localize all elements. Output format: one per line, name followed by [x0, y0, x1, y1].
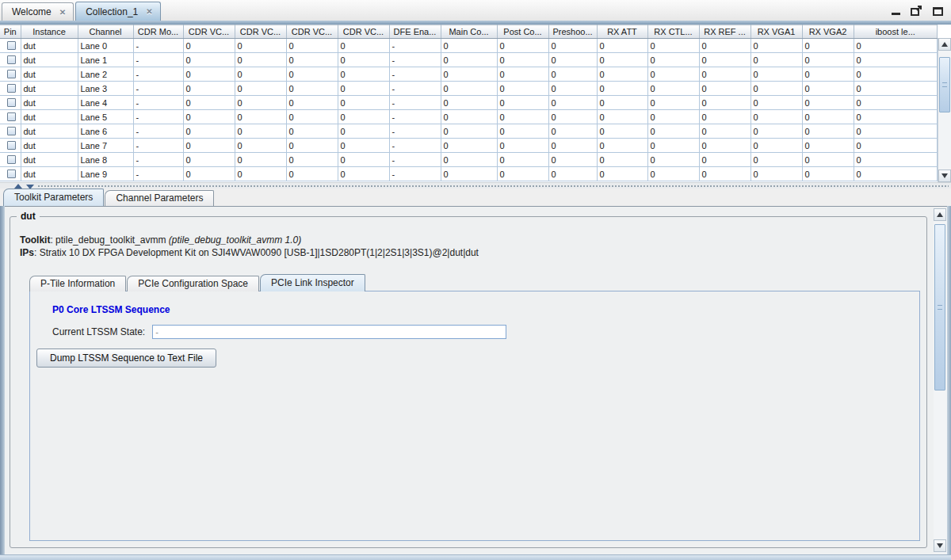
column-header-preshoo[interactable]: Preshoo...: [548, 25, 597, 39]
column-header-rx-ctl[interactable]: RX CTL...: [647, 25, 699, 39]
table-row-lane-2: dutLane 2-0000-000000000: [0, 67, 938, 82]
pin-checkbox[interactable]: [7, 55, 16, 64]
column-header-cdr-mo[interactable]: CDR Mo...: [133, 25, 183, 39]
column-header-pin[interactable]: Pin: [0, 25, 21, 39]
panel-vertical-scrollbar[interactable]: [934, 208, 947, 554]
instance-cell: dut: [21, 167, 78, 181]
value-cell: 0: [441, 96, 497, 110]
pin-checkbox[interactable]: [7, 41, 16, 50]
column-header-cdr-vc[interactable]: CDR VC...: [183, 25, 235, 39]
column-header-post-co[interactable]: Post Co...: [497, 25, 548, 39]
pin-checkbox[interactable]: [7, 98, 16, 107]
column-header-rx-att[interactable]: RX ATT: [597, 25, 647, 39]
value-cell: 0: [183, 53, 235, 67]
float-window-glyph: [911, 6, 922, 16]
view-tab-welcome[interactable]: Welcome✕: [2, 2, 74, 21]
value-cell: -: [133, 53, 183, 67]
table-vertical-scrollbar[interactable]: [938, 38, 951, 182]
value-cell: -: [133, 82, 183, 96]
window-controls: [892, 6, 943, 17]
minimize-icon[interactable]: [892, 7, 900, 17]
value-cell: 0: [699, 96, 750, 110]
column-header-cdr-vc[interactable]: CDR VC...: [235, 25, 286, 39]
value-cell: 0: [802, 139, 854, 153]
value-cell: 0: [699, 139, 750, 153]
value-cell: -: [133, 96, 183, 110]
tab-p-tile-information[interactable]: P-Tile Information: [29, 276, 126, 291]
maximize-icon[interactable]: [933, 7, 943, 16]
column-header-dfe-ena[interactable]: DFE Ena...: [389, 25, 441, 39]
pin-checkbox[interactable]: [7, 84, 16, 93]
group-box-title: dut: [17, 211, 40, 222]
pin-checkbox[interactable]: [7, 70, 16, 78]
value-cell: 0: [235, 67, 286, 82]
tab-pcie-link-inspector[interactable]: PCIe Link Inspector: [260, 274, 365, 291]
value-cell: 0: [548, 153, 597, 167]
column-header-channel[interactable]: Channel: [78, 25, 133, 39]
value-cell: 0: [802, 53, 854, 67]
scroll-down-button[interactable]: [938, 170, 951, 182]
value-cell: 0: [854, 167, 938, 181]
channel-cell: Lane 3: [78, 82, 133, 96]
tab-close-icon[interactable]: ✕: [59, 8, 66, 17]
value-cell: 0: [286, 39, 338, 53]
scrollbar-thumb[interactable]: [934, 224, 945, 390]
value-cell: 0: [597, 96, 647, 110]
pin-cell: [0, 139, 21, 153]
tab-channel-parameters[interactable]: Channel Parameters: [105, 190, 214, 206]
scroll-up-button[interactable]: [938, 38, 951, 51]
dump-ltssm-button[interactable]: Dump LTSSM Sequence to Text File: [36, 349, 216, 368]
ltssm-state-row: Current LTSSM State:: [52, 325, 919, 339]
scroll-down-button[interactable]: [934, 539, 946, 552]
horizontal-splitter[interactable]: [0, 182, 951, 189]
value-cell: 0: [854, 39, 938, 53]
float-window-icon[interactable]: [911, 6, 922, 17]
value-cell: 0: [235, 139, 286, 153]
pin-checkbox[interactable]: [7, 141, 16, 150]
value-cell: 0: [286, 167, 338, 181]
pin-checkbox[interactable]: [7, 127, 16, 135]
column-header-rx-ref[interactable]: RX REF ...: [699, 25, 750, 39]
tab-toolkit-parameters[interactable]: Toolkit Parameters: [3, 189, 104, 206]
channel-parameter-table-area: PinInstanceChannelCDR Mo...CDR VC...CDR …: [0, 25, 951, 182]
column-header-main-co[interactable]: Main Co...: [441, 25, 497, 39]
instance-cell: dut: [21, 82, 78, 96]
value-cell: 0: [183, 124, 235, 139]
value-cell: -: [133, 124, 183, 139]
ltssm-state-field[interactable]: [152, 325, 506, 339]
value-cell: 0: [286, 53, 338, 67]
value-cell: 0: [854, 96, 938, 110]
value-cell: 0: [597, 124, 647, 139]
pin-cell: [0, 110, 21, 124]
instance-cell: dut: [21, 124, 78, 139]
value-cell: -: [389, 96, 441, 110]
tab-close-icon[interactable]: ✕: [146, 7, 152, 16]
column-header-cdr-vc[interactable]: CDR VC...: [286, 25, 338, 39]
value-cell: -: [389, 39, 441, 53]
value-cell: 0: [802, 124, 854, 139]
tab-label: PCIe Link Inspector: [271, 277, 354, 288]
column-header-iboost-le[interactable]: iboost le...: [854, 25, 938, 39]
scrollbar-thumb[interactable]: [939, 57, 950, 112]
column-header-rx-vga1[interactable]: RX VGA1: [750, 25, 802, 39]
value-cell: -: [133, 39, 183, 53]
scroll-up-button[interactable]: [934, 208, 946, 221]
instance-cell: dut: [21, 67, 78, 82]
pin-checkbox[interactable]: [7, 112, 16, 121]
pcie-link-inspector-panel: P0 Core LTSSM Sequence Current LTSSM Sta…: [29, 291, 920, 541]
column-header-rx-vga2[interactable]: RX VGA2: [802, 25, 854, 39]
value-cell: 0: [647, 82, 699, 96]
view-tab-collection-1[interactable]: Collection_1✕: [75, 2, 160, 21]
instance-cell: dut: [21, 53, 78, 67]
pin-checkbox[interactable]: [7, 170, 16, 178]
value-cell: 0: [854, 153, 938, 167]
value-cell: 0: [235, 39, 286, 53]
down-arrow-icon: [937, 543, 943, 548]
column-header-instance[interactable]: Instance: [21, 25, 78, 39]
tab-pcie-configuration-space[interactable]: PCIe Configuration Space: [127, 276, 259, 291]
value-cell: 0: [497, 67, 548, 82]
pin-checkbox[interactable]: [7, 155, 16, 164]
instance-cell: dut: [21, 153, 78, 167]
column-header-cdr-vc[interactable]: CDR VC...: [338, 25, 389, 39]
value-cell: 0: [183, 96, 235, 110]
